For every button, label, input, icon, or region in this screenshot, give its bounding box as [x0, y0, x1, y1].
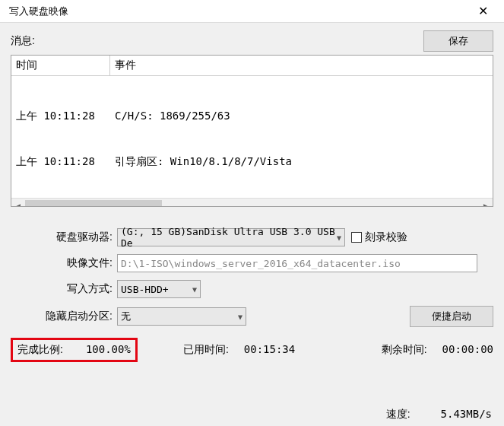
checkbox-box-icon [351, 232, 362, 243]
method-label: 写入方式: [11, 282, 117, 296]
elapsed-label: 已用时间: [183, 343, 229, 357]
remain-value: 00:00:00 [442, 343, 493, 355]
speed-value: 5.43MB/s [441, 408, 492, 420]
title-bar: 写入硬盘映像 ✕ [0, 0, 504, 23]
speed-status: 速度: 5.43MB/s [386, 408, 492, 421]
drive-select[interactable]: (G:, 15 GB)SanDisk Ultra USB 3.0 USB De … [117, 228, 345, 246]
log-body: 上午 10:11:28C/H/S: 1869/255/63 上午 10:11:2… [11, 76, 493, 198]
quick-boot-button[interactable]: 便捷启动 [410, 306, 493, 327]
scroll-right-icon[interactable]: ► [479, 199, 493, 207]
write-method-select[interactable]: USB-HDD+ ▼ [117, 280, 201, 298]
elapsed-value: 00:15:34 [244, 343, 295, 355]
hidden-partition-select[interactable]: 无 ▼ [117, 307, 246, 326]
scroll-left-icon[interactable]: ◄ [11, 199, 25, 207]
speed-label: 速度: [386, 408, 410, 421]
image-label: 映像文件: [11, 256, 117, 270]
remain-label: 剩余时间: [382, 343, 427, 357]
log-row: 上午 10:11:28引导扇区: Win10/8.1/8/7/Vista [11, 154, 493, 169]
log-row: 上午 10:11:28C/H/S: 1869/255/63 [11, 108, 493, 123]
percent-highlight: 完成比例: 100.00% [11, 338, 138, 362]
horizontal-scrollbar[interactable]: ◄ ► [11, 198, 493, 207]
drive-label: 硬盘驱动器: [11, 230, 117, 244]
chevron-down-icon: ▼ [192, 285, 197, 294]
log-header: 时间 事件 [11, 56, 493, 76]
percent-label: 完成比例: [17, 343, 63, 357]
verify-checkbox[interactable]: 刻录校验 [351, 230, 407, 244]
save-button[interactable]: 保存 [423, 30, 493, 52]
chevron-down-icon: ▼ [337, 234, 341, 242]
close-button[interactable]: ✕ [468, 0, 498, 23]
scroll-thumb[interactable] [25, 200, 162, 207]
col-header-time[interactable]: 时间 [11, 56, 110, 75]
close-icon: ✕ [478, 4, 488, 18]
col-header-event[interactable]: 事件 [110, 56, 493, 75]
image-path-input[interactable] [117, 254, 477, 272]
percent-value: 100.00% [86, 343, 131, 355]
hidden-part-label: 隐藏启动分区: [11, 310, 117, 323]
info-label: 消息: [11, 34, 423, 48]
window-title: 写入硬盘映像 [9, 5, 468, 18]
log-listview[interactable]: 时间 事件 上午 10:11:28C/H/S: 1869/255/63 上午 1… [11, 55, 493, 207]
chevron-down-icon: ▼ [238, 313, 242, 321]
